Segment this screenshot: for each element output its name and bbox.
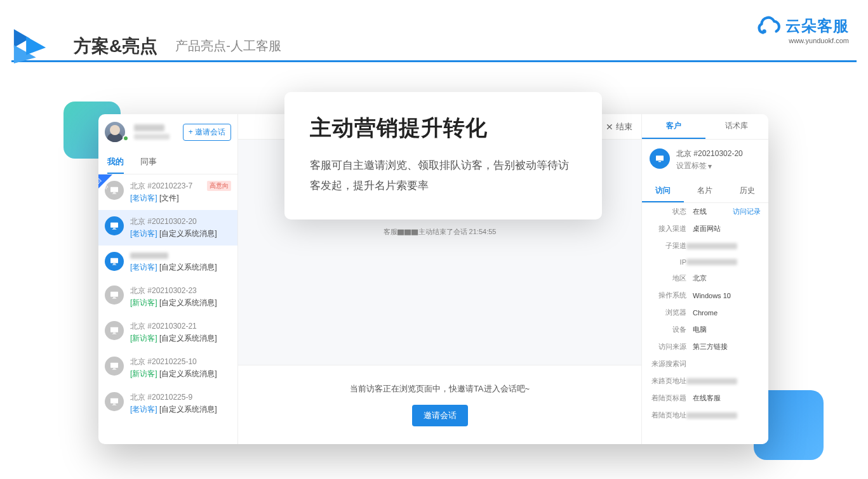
- info-value: Windows 10: [693, 292, 731, 299]
- customer-name: 北京 #20210302-20: [676, 148, 743, 159]
- info-value: 北京: [693, 273, 707, 283]
- info-key: 地区: [650, 273, 686, 283]
- page-title: 方案&亮点: [74, 34, 157, 58]
- svg-rect-8: [113, 228, 116, 228]
- close-icon: ✕: [606, 122, 613, 132]
- svg-rect-12: [112, 265, 117, 265]
- svg-rect-11: [113, 263, 116, 264]
- conversation-item[interactable]: 自动高意向北京 #20210223-7[老访客] [文件]: [98, 174, 237, 210]
- conversation-list[interactable]: 自动高意向北京 #20210223-7[老访客] [文件]北京 #2021030…: [98, 174, 237, 444]
- tab-colleague[interactable]: 同事: [140, 150, 157, 174]
- conversation-item[interactable]: 北京 #20210302-20[老访客] [自定义系统消息]: [98, 210, 237, 246]
- subtab-card[interactable]: 名片: [684, 180, 726, 202]
- value-redacted: [686, 259, 737, 265]
- info-value: 在线: [693, 207, 707, 216]
- conv-title: 北京 #20210225-9: [130, 392, 231, 403]
- monitor-icon: [105, 285, 124, 305]
- conv-preview: [老访客] [文件]: [130, 193, 231, 204]
- conv-preview: [新访客] [自定义系统消息]: [130, 369, 231, 379]
- monitor-icon: [105, 252, 124, 271]
- info-row: 设备电脑: [642, 321, 768, 338]
- end-session-button[interactable]: ✕结束: [606, 121, 632, 133]
- brand-url: www.yunduokf.com: [789, 37, 849, 44]
- value-redacted: [686, 243, 737, 249]
- intent-badge: 高意向: [207, 181, 231, 191]
- conv-preview: [老访客] [自定义系统消息]: [130, 262, 231, 273]
- right-panel: 客户 话术库 北京 #20210302-20 设置标签▾ 访问 名片 历史 状态…: [641, 114, 768, 444]
- conversation-item[interactable]: 北京 #20210225-9[老访客] [自定义系统消息]: [98, 386, 237, 421]
- info-key: 访问来源: [650, 342, 686, 351]
- auto-badge: 自动: [98, 174, 112, 188]
- set-tag-button[interactable]: 设置标签▾: [676, 161, 743, 171]
- svg-rect-19: [110, 363, 118, 368]
- rpanel-sub-tabs: 访问 名片 历史: [642, 180, 768, 203]
- info-key: 来源搜索词: [650, 359, 686, 369]
- svg-rect-13: [110, 292, 118, 297]
- invite-chat-button[interactable]: 邀请会话: [412, 405, 468, 426]
- svg-rect-26: [658, 161, 661, 162]
- subtab-visit[interactable]: 访问: [642, 180, 684, 202]
- svg-rect-7: [110, 223, 118, 228]
- svg-rect-9: [112, 229, 117, 230]
- conversation-item[interactable]: [老访客] [自定义系统消息]: [98, 246, 237, 279]
- monitor-icon: [105, 392, 124, 411]
- chevron-down-icon: ▾: [708, 162, 712, 171]
- conversation-item[interactable]: 北京 #20210302-23[新访客] [自定义系统消息]: [98, 279, 237, 315]
- conv-preview: [老访客] [自定义系统消息]: [130, 228, 231, 239]
- conv-title: [130, 252, 231, 261]
- svg-rect-24: [112, 405, 117, 405]
- tab-script[interactable]: 话术库: [705, 114, 769, 139]
- info-row: 访问来源第三方链接: [642, 338, 768, 355]
- info-key: 着陆页标题: [650, 393, 686, 403]
- info-row: 浏览器Chrome: [642, 304, 768, 321]
- info-key: 操作系统: [650, 291, 686, 300]
- cloud-icon: [756, 13, 783, 39]
- svg-rect-25: [656, 155, 664, 161]
- conversation-item[interactable]: 北京 #20210302-21[新访客] [自定义系统消息]: [98, 315, 237, 350]
- svg-rect-10: [110, 258, 118, 263]
- info-value: 第三方链接: [693, 342, 728, 351]
- customer-info-list: 状态在线访问记录接入渠道桌面网站子渠道IP地区北京操作系统Windows 10浏…: [642, 203, 768, 424]
- customer-summary: 北京 #20210302-20 设置标签▾: [642, 140, 768, 180]
- svg-point-3: [762, 29, 766, 33]
- feature-highlight-card: 主动营销提升转化 客服可自主邀请浏览、领取排队访客，告别被动等待访客发起，提升名…: [284, 92, 602, 220]
- info-row: 接入渠道桌面网站: [642, 220, 768, 237]
- info-value: 在线客服: [693, 393, 721, 403]
- title-redacted: [130, 253, 168, 259]
- svg-rect-6: [112, 194, 117, 194]
- page-header: 方案&亮点 产品亮点-人工客服: [11, 32, 857, 62]
- info-row: IP: [642, 254, 768, 270]
- info-key: 设备: [650, 325, 686, 334]
- footer-hint: 当前访客正在浏览页面中，快邀请TA进入会话吧~: [251, 383, 629, 395]
- visit-log-link[interactable]: 访问记录: [733, 207, 761, 216]
- conv-title: 北京 #20210302-21: [130, 321, 231, 332]
- value-redacted: [686, 378, 737, 384]
- invite-session-button[interactable]: + 邀请会话: [183, 124, 231, 141]
- svg-rect-22: [110, 398, 118, 404]
- highlight-title: 主动营销提升转化: [310, 114, 577, 143]
- svg-rect-21: [112, 369, 117, 370]
- svg-rect-15: [112, 298, 117, 299]
- conv-preview: [新访客] [自定义系统消息]: [130, 333, 231, 344]
- info-row: 状态在线访问记录: [642, 203, 768, 220]
- brand-text: 云朵客服: [785, 16, 849, 36]
- info-row: 来源搜索词: [642, 355, 768, 372]
- conversation-item[interactable]: 北京 #20210225-10[新访客] [自定义系统消息]: [98, 350, 237, 386]
- tab-customer[interactable]: 客户: [642, 114, 705, 139]
- brand-logo: 云朵客服 www.yunduokf.com: [756, 13, 849, 44]
- info-row: 操作系统Windows 10: [642, 287, 768, 304]
- conv-title: 北京 #20210302-23: [130, 285, 231, 296]
- rpanel-main-tabs: 客户 话术库: [642, 114, 768, 140]
- info-key: 浏览器: [650, 308, 686, 317]
- subtab-history[interactable]: 历史: [726, 180, 768, 202]
- page-subtitle: 产品亮点-人工客服: [175, 37, 281, 55]
- agent-sub-redacted: [134, 134, 170, 140]
- sidebar: + 邀请会话 我的 同事 自动高意向北京 #20210223-7[老访客] [文…: [98, 114, 238, 444]
- svg-rect-18: [112, 334, 117, 334]
- info-row: 着陆页地址: [642, 407, 768, 424]
- monitor-icon: [105, 321, 124, 340]
- value-redacted: [686, 412, 737, 419]
- customer-avatar: [650, 148, 670, 169]
- chat-footer: 当前访客正在浏览页面中，快邀请TA进入会话吧~ 邀请会话: [238, 365, 641, 444]
- tab-mine[interactable]: 我的: [107, 150, 124, 174]
